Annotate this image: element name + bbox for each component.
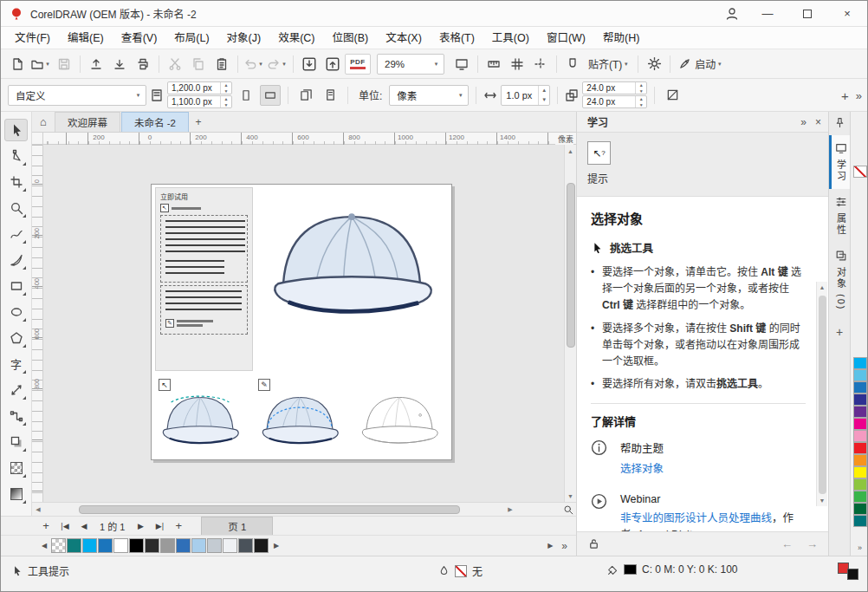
fullscreen-preview-button[interactable]	[450, 53, 473, 75]
color-swatch[interactable]	[223, 538, 237, 553]
cap-artwork-small-1[interactable]	[156, 387, 244, 457]
template-text-panel[interactable]: 立即试用 ↖ ✎	[155, 187, 253, 371]
menu-item-text[interactable]: 文本(X)	[377, 27, 431, 49]
palette-flyout-icon[interactable]: »	[858, 543, 862, 552]
dup-y-down-icon[interactable]: ▼	[636, 102, 646, 108]
docker-tab-objects[interactable]: 对象 (0)	[829, 243, 850, 318]
last-page-button[interactable]: ▶|	[151, 517, 168, 535]
menu-item-effects[interactable]: 效果(C)	[269, 27, 323, 49]
color-swatch[interactable]	[853, 394, 867, 406]
pick-tool[interactable]	[4, 119, 28, 141]
rectangle-tool[interactable]	[4, 275, 28, 297]
current-page-button[interactable]	[320, 85, 340, 106]
page-preset-combobox[interactable]: 自定义 ▾	[8, 85, 146, 106]
color-swatch[interactable]	[160, 538, 175, 553]
maximize-button[interactable]	[787, 1, 827, 26]
cap-artwork-small-2[interactable]	[256, 387, 344, 457]
cut-button[interactable]	[164, 53, 186, 75]
propbar-add-button[interactable]: +	[841, 88, 849, 103]
snap-to-menu-button[interactable]: 贴齐(T) ▾	[585, 53, 633, 75]
color-swatch[interactable]	[853, 357, 867, 369]
close-button[interactable]: ×	[827, 1, 867, 26]
page-1-tab[interactable]: 页 1	[201, 517, 273, 535]
undo-button[interactable]: ▾	[243, 53, 265, 75]
menu-item-window[interactable]: 窗口(W)	[538, 27, 594, 49]
nudge-down-icon[interactable]: ▼	[539, 95, 549, 105]
color-swatch[interactable]	[67, 538, 81, 553]
menu-item-table[interactable]: 表格(T)	[431, 27, 483, 49]
color-swatch[interactable]	[853, 406, 867, 418]
home-button[interactable]: ⌂	[32, 112, 55, 132]
width-down-icon[interactable]: ▼	[221, 88, 231, 94]
palette-scroll-left-icon[interactable]: ◀	[37, 542, 51, 550]
docker-scroll-down-icon[interactable]: ▼	[816, 494, 828, 506]
scroll-right-icon[interactable]: ▶	[504, 504, 516, 516]
scroll-left-icon[interactable]: ◀	[32, 504, 44, 516]
hint-forward-icon[interactable]: →	[806, 537, 818, 550]
paste-button[interactable]	[211, 53, 233, 75]
transparency-tool[interactable]	[4, 457, 28, 479]
palette-scroll-end-icon[interactable]: ▶	[547, 542, 553, 550]
color-swatch[interactable]	[191, 538, 206, 553]
duplicate-x-spinner[interactable]: 24.0 px ▲▼	[582, 81, 647, 94]
dup-x-down-icon[interactable]: ▼	[636, 88, 646, 94]
show-grid-button[interactable]	[506, 53, 528, 75]
propbar-overflow-button[interactable]: »	[856, 89, 862, 102]
horizontal-scroll-thumb[interactable]	[79, 505, 460, 514]
color-swatch[interactable]	[853, 478, 867, 491]
menu-item-edit[interactable]: 编辑(E)	[59, 27, 113, 49]
palette-flyout-icon[interactable]: »	[561, 540, 567, 552]
drop-shadow-tool[interactable]	[4, 431, 28, 453]
color-swatch[interactable]	[853, 466, 867, 478]
menu-item-view[interactable]: 查看(V)	[113, 27, 166, 49]
landscape-orientation-button[interactable]	[260, 85, 281, 106]
help-topic-link[interactable]: 选择对象	[620, 461, 664, 478]
add-docker-button[interactable]: +	[836, 325, 843, 339]
text-placeholder-box[interactable]: ✎	[160, 285, 248, 335]
drawing-canvas[interactable]: 立即试用 ↖ ✎	[43, 145, 564, 502]
scroll-down-icon[interactable]: ▼	[565, 490, 577, 502]
color-swatch[interactable]	[853, 491, 867, 503]
height-down-icon[interactable]: ▼	[221, 102, 231, 108]
color-swatch[interactable]	[238, 538, 253, 553]
minimize-button[interactable]: —	[748, 1, 787, 26]
first-page-button[interactable]: |◀	[56, 517, 74, 535]
crop-tool[interactable]	[4, 171, 28, 193]
launch-menu-button[interactable]: 启动 ▾	[675, 53, 727, 75]
vertical-ruler[interactable]: 0 200 400 600 800	[32, 145, 43, 502]
options-button[interactable]	[643, 53, 665, 75]
cloud-open-button[interactable]	[108, 53, 131, 75]
add-page-button[interactable]: +	[37, 517, 55, 535]
vertical-scrollbar[interactable]: ▲ ▼	[564, 145, 576, 502]
interactive-fill-tool[interactable]	[4, 483, 28, 505]
open-button[interactable]: ▾	[29, 53, 52, 75]
zoom-tool[interactable]	[4, 197, 28, 219]
quick-zoom-button[interactable]	[560, 504, 576, 516]
freehand-tool[interactable]	[4, 223, 28, 245]
zoom-level-combobox[interactable]: 29% ▾	[377, 54, 444, 75]
dock-pin-icon[interactable]	[834, 117, 845, 128]
dimension-tool[interactable]	[4, 379, 28, 401]
hint-tool-button[interactable]: ↖?	[587, 141, 611, 165]
text-placeholder-box[interactable]	[160, 215, 248, 283]
menu-item-layout[interactable]: 布局(L)	[165, 27, 217, 49]
print-button[interactable]	[132, 53, 154, 75]
polygon-tool[interactable]	[4, 327, 28, 349]
docker-tab-properties[interactable]: 属性	[829, 189, 850, 243]
page-width-spinner[interactable]: 1,200.0 px ▲▼	[167, 81, 232, 94]
show-guidelines-button[interactable]	[529, 53, 552, 75]
text-tool[interactable]: 字	[4, 353, 28, 375]
color-swatch[interactable]	[207, 538, 222, 553]
menu-item-object[interactable]: 对象(J)	[218, 27, 270, 49]
lock-icon[interactable]	[587, 537, 600, 550]
snap-toggle-button[interactable]	[561, 53, 584, 75]
horizontal-ruler[interactable]: 200 0 200 400 600 800 1000 1200 1400 像素	[32, 133, 576, 145]
ruler-origin-corner[interactable]	[32, 133, 43, 145]
horizontal-scrollbar[interactable]: ◀ ▶	[32, 502, 576, 516]
color-swatch[interactable]	[129, 538, 144, 553]
color-swatch[interactable]	[853, 369, 867, 381]
no-color-swatch[interactable]	[51, 538, 66, 553]
cloud-upload-button[interactable]	[85, 53, 107, 75]
add-page-button-2[interactable]: +	[170, 517, 187, 535]
docker-collapse-icon[interactable]: »	[800, 116, 806, 128]
